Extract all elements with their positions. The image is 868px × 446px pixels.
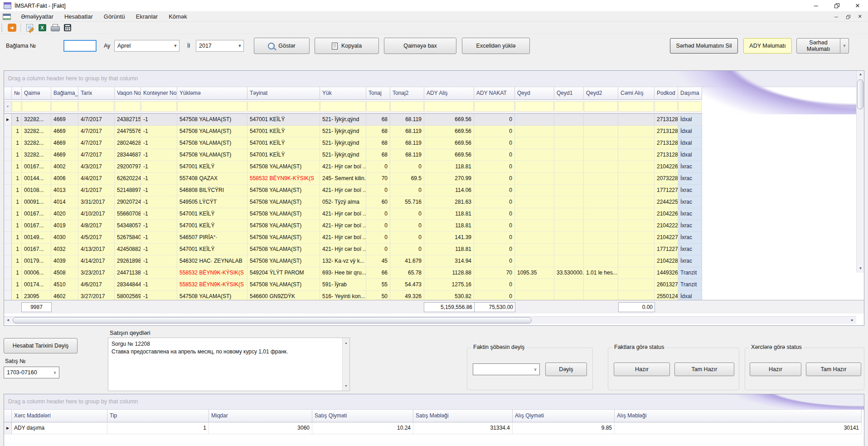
menu-komek[interactable]: Kömək [163, 12, 192, 22]
grid-cell[interactable]: 2550124 [655, 291, 678, 300]
il-combobox[interactable]: 2017 ▼ [196, 40, 244, 52]
grid-cell[interactable]: 00167... [22, 244, 51, 255]
grid-cell[interactable]: 4/10/2017 [78, 208, 115, 220]
column-header-Podkod[interactable]: Podkod [655, 87, 678, 100]
grid-cell[interactable]: 4/14/2017 [78, 255, 115, 267]
grid-cell[interactable] [515, 185, 554, 196]
grid-cell[interactable]: 547508 YALAMA(ST) [247, 279, 320, 291]
grid-cell[interactable]: 1 [12, 267, 22, 279]
horizontal-scrollbar[interactable]: ◄ ► [4, 316, 856, 324]
grid-cell[interactable]: -1 [141, 220, 177, 232]
grid-cell[interactable]: 547508 YALAMA(ST) [247, 196, 320, 208]
deyis-button[interactable]: Dəyiş [545, 363, 587, 376]
faktlara-hazir-button[interactable]: Hazır [614, 363, 670, 376]
serhed-melumati-button[interactable]: Sərhəd Məlumatı [796, 38, 840, 54]
grid-cell[interactable]: 2104228... [655, 255, 678, 267]
filter-cell-Vaqon No[interactable] [115, 101, 141, 112]
grid-cell[interactable]: 547508 YALAMA(ST) [247, 185, 320, 196]
grid-cell[interactable]: ADY daşıma [12, 422, 107, 434]
grid-cell[interactable]: -1 [141, 279, 177, 291]
grid-cell[interactable] [515, 220, 554, 232]
grid-cell[interactable]: 0 [474, 149, 515, 161]
grid-cell[interactable]: 0 [474, 279, 515, 291]
grid-cell[interactable]: 4030 [51, 232, 78, 244]
grid-cell[interactable]: 1 [12, 114, 22, 126]
grid-cell[interactable] [554, 220, 584, 232]
grid-cell[interactable]: 547001 KEÏLŸ [177, 220, 247, 232]
grid-cell[interactable]: 4/1/2017 [78, 185, 115, 196]
restore-icon[interactable] [826, 0, 847, 12]
grid-cell[interactable] [515, 279, 554, 291]
table-row[interactable]: 100174...45104/6/201728344844-1558532 BË… [4, 279, 702, 291]
grid-cell[interactable] [554, 114, 584, 126]
grid-cell[interactable]: 0 [366, 220, 390, 232]
grid-cell[interactable]: 66 [366, 267, 390, 279]
table-row[interactable]: 100108...40134/1/201752148897-1546808 BI… [4, 185, 702, 196]
grid-cell[interactable] [618, 208, 655, 220]
column-header-ADY NAKAT[interactable]: ADY NAKAT [474, 87, 515, 100]
grid-cell[interactable]: 33.530000... [554, 267, 584, 279]
column-header-Tarix[interactable]: Tarix [78, 87, 115, 100]
grid-cell[interactable]: 118.81 [424, 161, 474, 173]
grid-cell[interactable]: -1 [141, 126, 177, 137]
grid-cell[interactable]: 245- Sement kilin... [320, 173, 366, 185]
close-icon[interactable]: ✕ [847, 0, 868, 12]
menu-goruntu[interactable]: Görüntü [98, 12, 131, 22]
grid-cell[interactable]: -1 [141, 196, 177, 208]
grid-cell[interactable]: 00174... [22, 279, 51, 291]
grid-cell[interactable] [618, 220, 655, 232]
grid-cell[interactable]: İxrac [678, 244, 702, 255]
grid-cell[interactable] [515, 232, 554, 244]
grid-cell[interactable] [515, 173, 554, 185]
grid-cell[interactable]: 55660708 [115, 208, 141, 220]
mdi-minimize-icon[interactable]: ─ [831, 13, 842, 21]
grid-cell[interactable]: 3/27/2017 [78, 291, 115, 300]
grid-cell[interactable]: 00108... [22, 185, 51, 196]
grid-cell[interactable] [584, 173, 618, 185]
grid-cell[interactable] [515, 126, 554, 137]
grid-cell[interactable]: İxrac [678, 196, 702, 208]
grid-cell[interactable]: 3060 [209, 422, 312, 434]
grid-cell[interactable]: 558532 BËYN9K-KŸSIK(S [177, 279, 247, 291]
ady-melumati-button[interactable]: ADY Məlumatı [743, 38, 792, 54]
grid-cell[interactable]: 55.716 [390, 196, 424, 208]
column-header-Bağlama_Ady[interactable]: Bağlama_Ady [51, 87, 78, 100]
printer-icon[interactable] [49, 23, 60, 33]
grid-cell[interactable] [554, 232, 584, 244]
grid-cell[interactable] [584, 244, 618, 255]
grid-cell[interactable]: 69.5 [390, 173, 424, 185]
grid-cell[interactable]: 0 [366, 244, 390, 255]
grid-cell[interactable]: 547508 YALAMA(ST) [247, 208, 320, 220]
grid-cell[interactable] [618, 173, 655, 185]
grid-cell[interactable]: 68.119 [390, 149, 424, 161]
grid-cell[interactable]: 546808 BILŸCŸRI [177, 185, 247, 196]
grid-cell[interactable]: 41.679 [390, 255, 424, 267]
table-row[interactable]: ▶ADY daşıma1306010.2431334.49.8530141 [4, 422, 864, 434]
grid-cell[interactable]: 32282... [22, 149, 51, 161]
grid-cell[interactable]: 2601327... [655, 279, 678, 291]
grid-cell[interactable]: 29261898 [115, 255, 141, 267]
grid-cell[interactable]: -1 [141, 173, 177, 185]
column-header-Konteyner No[interactable]: Konteyner No [141, 87, 177, 100]
grid-cell[interactable]: 669.56 [424, 126, 474, 137]
grid-cell[interactable]: 4602 [51, 291, 78, 300]
grid-cell[interactable] [584, 279, 618, 291]
grid-cell[interactable]: 693- Hee bir qru... [320, 267, 366, 279]
vertical-scrollbar[interactable]: ▲ ▼ [856, 71, 864, 273]
grid-cell[interactable]: 547508 YALAMA(ST) [247, 232, 320, 244]
grid-cell[interactable] [618, 244, 655, 255]
scroll-up-icon[interactable]: ▲ [343, 339, 349, 347]
grid-cell[interactable]: 547001 KEÏLŸ [177, 161, 247, 173]
ay-combobox[interactable]: Aprel ▼ [114, 40, 179, 52]
grid-cell[interactable]: İdxal [678, 114, 702, 126]
column-header-Təyinat[interactable]: Təyinat [247, 87, 320, 100]
horizontal-scrollbar-thumb[interactable] [13, 317, 532, 323]
grid-cell[interactable]: 547508 YALAMA(ST) [247, 220, 320, 232]
grid-cell[interactable]: 521- Ïÿkÿr,qÿnd [320, 137, 366, 149]
column-header-Tonaj2[interactable]: Tonaj2 [390, 87, 424, 100]
exit-icon[interactable]: ➜ [6, 23, 17, 33]
grid-cell[interactable]: 421- Hÿr cər boï ... [320, 232, 366, 244]
grid-cell[interactable]: 4669 [51, 137, 78, 149]
grid-cell[interactable]: -1 [141, 267, 177, 279]
grid-cell[interactable]: 68.119 [390, 114, 424, 126]
